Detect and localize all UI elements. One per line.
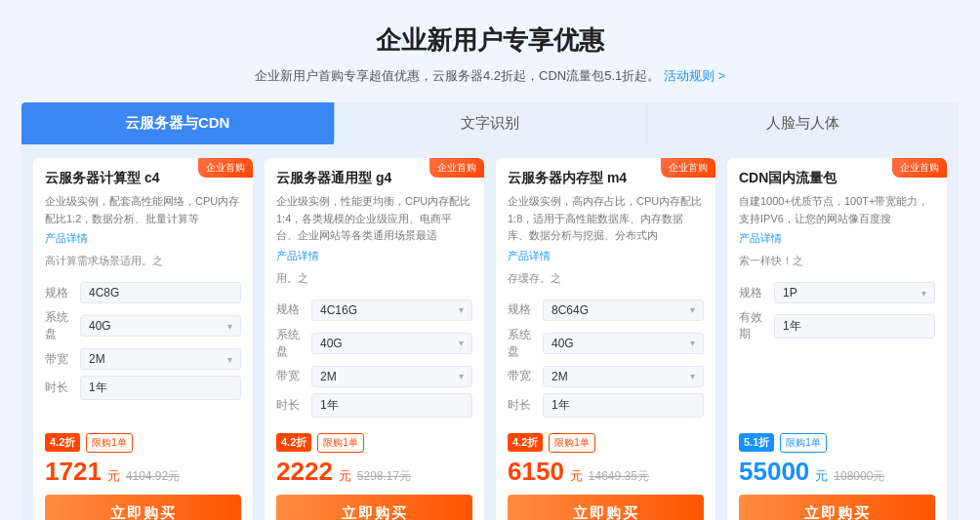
- card-cdn-title: CDN国内流量包: [739, 170, 886, 187]
- tab-cloud-cdn[interactable]: 云服务器与CDN: [21, 102, 334, 144]
- chevron-down-icon: ▾: [227, 354, 232, 365]
- card-cdn-header: 企业首购 CDN国内流量包 自建1000+优质节点，100T+带宽能力，支持IP…: [727, 158, 947, 282]
- spec-select-bw3[interactable]: 2M▾: [543, 366, 704, 387]
- discount-row-cdn: 5.1折 限购1单: [739, 433, 935, 453]
- card-g4-link[interactable]: 产品详情: [276, 249, 472, 263]
- buy-button-cdn[interactable]: 立即购买: [739, 495, 935, 520]
- card-c4-footer: 4.2折 限购1单 1721 元 4104.92元 立即购买: [33, 425, 253, 520]
- spec-row: 带宽 2M▾: [276, 366, 472, 387]
- enterprise-badge-m4: 企业首购: [661, 158, 715, 178]
- spec-row: 时长 1年: [45, 376, 241, 400]
- card-cdn-footer: 5.1折 限购1单 55000 元 108000元 立即购买: [727, 425, 947, 520]
- spec-text-bw1: 2M: [89, 352, 105, 366]
- card-c4-specs: 规格 4C8G 系统盘 40G▾ 带宽 2M▾ 时长 1年: [33, 282, 253, 408]
- spec-row: 时长 1年: [276, 393, 472, 418]
- spec-row: 带宽 2M▾: [45, 348, 241, 370]
- spec-select-disk1[interactable]: 40G▾: [80, 315, 241, 337]
- spec-select-bw2[interactable]: 2M▾: [311, 366, 472, 387]
- spec-value-guige1: 4C8G: [80, 282, 241, 303]
- spec-text-dur1: 1年: [89, 380, 107, 396]
- spec-row: 系统盘 40G▾: [276, 327, 472, 360]
- spec-value-dur3: 1年: [543, 393, 704, 418]
- spec-value-dur1: 1年: [80, 376, 241, 400]
- spec-text-disk3: 40G: [551, 337, 574, 350]
- price-row-cdn: 55000 元 108000元: [739, 457, 935, 487]
- card-m4-footer: 4.2折 限购1单 6150 元 14649.35元 立即购买: [496, 425, 715, 520]
- spec-text-disk1: 40G: [89, 319, 111, 333]
- spec-text-bw2: 2M: [320, 370, 337, 383]
- spec-select-guige2[interactable]: 4C16G▾: [311, 300, 472, 321]
- card-c4-desc: 企业级实例，配套高性能网络，CPU内存配比1:2，数据分析、批量计算等: [45, 193, 241, 227]
- tab-ocr[interactable]: 文字识别: [334, 102, 646, 144]
- discount-row-c4: 4.2折 限购1单: [45, 433, 241, 453]
- price-original-c4: 4104.92元: [126, 468, 180, 485]
- price-original-m4: 14649.35元: [589, 468, 649, 485]
- price-unit-g4: 元: [339, 467, 351, 485]
- card-g4-desc: 企业级实例，性能更均衡，CPU内存配比1:4，各类规模的企业级应用、电商平台、企…: [276, 193, 472, 245]
- card-m4-specs: 规格 8C64G▾ 系统盘 40G▾ 带宽 2M▾ 时长 1年: [496, 300, 715, 425]
- spec-select-disk2[interactable]: 40G▾: [311, 333, 472, 354]
- spec-select-disk3[interactable]: 40G▾: [543, 333, 704, 354]
- price-row-g4: 2222 元 5298.17元: [276, 457, 472, 487]
- subtitle: 企业新用户首购专享超值优惠，云服务器4.2折起，CDN流量包5.1折起。 活动规…: [255, 67, 725, 85]
- price-row-m4: 6150 元 14649.35元: [508, 457, 704, 487]
- spec-label-bw1: 带宽: [45, 351, 72, 368]
- card-g4-title: 云服务器通用型 g4: [276, 170, 424, 187]
- spec-text-bw3: 2M: [551, 370, 568, 383]
- spec-text-guige1: 4C8G: [89, 286, 119, 300]
- enterprise-badge-g4: 企业首购: [429, 158, 484, 178]
- card-g4: 企业首购 云服务器通用型 g4 企业级实例，性能更均衡，CPU内存配比1:4，各…: [265, 158, 484, 520]
- card-m4-link[interactable]: 产品详情: [508, 249, 704, 263]
- enterprise-badge-cdn: 企业首购: [892, 158, 947, 178]
- spec-label-disk1: 系统盘: [45, 309, 72, 342]
- discount-row-m4: 4.2折 限购1单: [508, 433, 704, 453]
- spec-label-guige1: 规格: [45, 285, 72, 301]
- spec-row: 时长 1年: [508, 393, 704, 418]
- tabs-container: 云服务器与CDN 文字识别 人脸与人体: [21, 102, 959, 144]
- tab-face[interactable]: 人脸与人体: [647, 102, 959, 144]
- chevron-down-icon: ▾: [459, 338, 464, 348]
- spec-select-guige3[interactable]: 8C64G▾: [543, 300, 704, 321]
- page-title: 企业新用户专享优惠: [376, 23, 604, 58]
- price-original-g4: 5298.17元: [357, 468, 411, 485]
- spec-label-guige3: 规格: [508, 301, 535, 318]
- card-m4-title: 云服务器内存型 m4: [508, 170, 655, 187]
- card-c4-link[interactable]: 产品详情: [45, 231, 241, 246]
- buy-button-g4[interactable]: 立即购买: [276, 495, 472, 520]
- spec-text-validity: 1年: [783, 318, 801, 335]
- spec-label-bw2: 带宽: [276, 368, 304, 384]
- price-unit-c4: 元: [107, 467, 120, 485]
- activity-rules-link[interactable]: 活动规则 >: [664, 68, 725, 83]
- spec-select-bw1[interactable]: 2M▾: [80, 348, 241, 370]
- buy-button-m4[interactable]: 立即购买: [508, 495, 704, 520]
- spec-row: 规格 4C16G▾: [276, 300, 472, 321]
- chevron-down-icon: ▾: [227, 321, 232, 332]
- spec-row: 规格 4C8G: [45, 282, 241, 303]
- chevron-down-icon: ▾: [690, 338, 695, 348]
- card-cdn: 企业首购 CDN国内流量包 自建1000+优质节点，100T+带宽能力，支持IP…: [727, 158, 947, 520]
- buy-button-c4[interactable]: 立即购买: [45, 495, 241, 520]
- spec-label-bw3: 带宽: [508, 368, 535, 384]
- spec-label-disk3: 系统盘: [508, 327, 535, 360]
- card-cdn-specs: 规格 1P▾ 有效期 1年: [727, 282, 947, 350]
- discount-row-g4: 4.2折 限购1单: [276, 433, 472, 453]
- card-cdn-link[interactable]: 产品详情: [739, 231, 935, 246]
- spec-select-guige4[interactable]: 1P▾: [774, 282, 935, 303]
- card-c4-header: 企业首购 云服务器计算型 c4 企业级实例，配套高性能网络，CPU内存配比1:2…: [33, 158, 253, 282]
- subtitle-text: 企业新用户首购专享超值优惠，云服务器4.2折起，CDN流量包5.1折起。: [255, 68, 660, 83]
- spec-row: 系统盘 40G▾: [508, 327, 704, 360]
- card-g4-header: 企业首购 云服务器通用型 g4 企业级实例，性能更均衡，CPU内存配比1:4，各…: [265, 158, 484, 300]
- card-g4-footer: 4.2折 限购1单 2222 元 5298.17元 立即购买: [265, 425, 484, 520]
- spec-text-disk2: 40G: [320, 337, 343, 350]
- price-unit-m4: 元: [570, 467, 583, 485]
- chevron-down-icon: ▾: [459, 371, 464, 381]
- limit-badge-cdn: 限购1单: [780, 433, 827, 453]
- card-m4-desc: 企业级实例，高内存占比，CPU内存配比1:8，适用于高性能数据库、内存数据库、数…: [508, 193, 704, 245]
- discount-badge-m4: 4.2折: [508, 433, 543, 452]
- spec-row: 有效期 1年: [739, 309, 935, 342]
- card-g4-tag: 用。之: [276, 271, 472, 286]
- chevron-down-icon: ▾: [459, 304, 464, 315]
- chevron-down-icon: ▾: [690, 371, 695, 381]
- spec-label-guige4: 规格: [739, 285, 766, 301]
- card-c4-title: 云服务器计算型 c4: [45, 170, 192, 187]
